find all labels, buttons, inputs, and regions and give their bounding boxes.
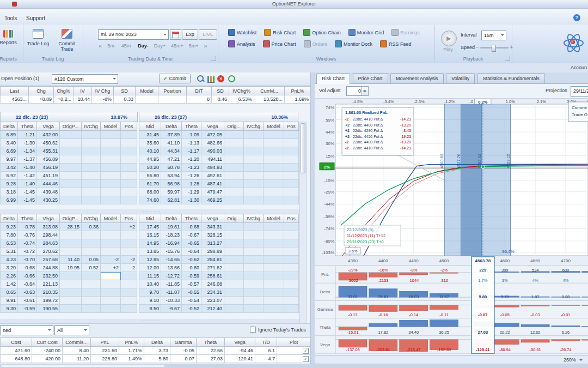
dialog-launcher-icon[interactable] — [211, 56, 216, 61]
cell[interactable] — [284, 288, 299, 297]
cell[interactable] — [101, 172, 121, 180]
cell[interactable]: 55.80 — [139, 172, 161, 180]
live-button[interactable]: LIVE — [199, 29, 217, 40]
cell[interactable]: 270.62 — [37, 248, 60, 256]
cell[interactable]: -9.67 — [161, 305, 182, 313]
cell[interactable] — [82, 180, 101, 188]
cell[interactable] — [264, 147, 284, 155]
cell[interactable] — [121, 239, 137, 248]
cell[interactable]: 1.69% — [285, 95, 311, 104]
cell[interactable]: 328.15 — [201, 231, 224, 239]
cell[interactable]: 228.80 — [91, 355, 119, 363]
cell[interactable] — [224, 272, 244, 280]
cell[interactable] — [121, 297, 137, 305]
cell[interactable] — [284, 164, 299, 172]
cell[interactable]: 494.93 — [201, 164, 224, 172]
chart-icon[interactable] — [207, 76, 215, 83]
cell[interactable] — [60, 180, 82, 188]
cell[interactable] — [284, 256, 299, 264]
cell[interactable]: -0.64 — [18, 280, 37, 288]
cell[interactable] — [121, 231, 137, 239]
cell[interactable] — [264, 231, 284, 239]
cell[interactable] — [121, 164, 137, 172]
cell[interactable] — [284, 280, 299, 288]
table-row[interactable]: 648.80-420.0011.20228.801.49%5.80-0.0727… — [1, 355, 311, 363]
table-row[interactable]: 6.99-1.45430.25 — [1, 196, 137, 204]
cell[interactable] — [101, 288, 121, 297]
cell[interactable] — [284, 180, 299, 188]
table-row[interactable]: 9.70-11.07-0.55234.31 — [139, 288, 299, 297]
cell[interactable] — [121, 248, 137, 256]
cell[interactable] — [60, 172, 82, 180]
cell[interactable]: -0.55 — [182, 288, 201, 297]
cell[interactable]: 62.81 — [161, 196, 182, 204]
table-row[interactable]: 11.15-12.72-0.59258.61 — [139, 272, 299, 280]
expiry-header-1[interactable]: 22 dic. 23 (23) 10.87% — [0, 112, 138, 122]
cell[interactable]: -2 — [121, 256, 137, 264]
cell[interactable]: 8.50 — [139, 305, 161, 313]
cell[interactable] — [82, 288, 101, 297]
cell[interactable]: -0.62 — [182, 256, 201, 264]
cell[interactable] — [264, 139, 284, 147]
table-row[interactable]: 9.97-1.37456.89 — [1, 155, 137, 164]
refresh-icon[interactable] — [228, 75, 235, 82]
cell[interactable]: -1.34 — [18, 147, 37, 155]
cell[interactable]: 7.80 — [1, 231, 18, 239]
cell[interactable]: -0.68 — [18, 264, 37, 272]
cell[interactable] — [244, 188, 264, 196]
cell[interactable]: 232.50 — [37, 272, 60, 280]
commit-button[interactable]: Commit — [159, 74, 191, 83]
cell[interactable] — [101, 139, 121, 147]
cell[interactable] — [284, 155, 299, 164]
cell[interactable] — [82, 131, 101, 139]
cell[interactable] — [264, 180, 284, 188]
table-splitter[interactable] — [0, 319, 304, 323]
cell[interactable]: 490.03 — [201, 147, 224, 155]
cell[interactable] — [121, 172, 137, 180]
cell[interactable]: 258.61 — [201, 272, 224, 280]
cell[interactable]: +2 — [121, 223, 137, 231]
table-row[interactable]: 9.28-1.40444.46 — [1, 180, 137, 188]
cell[interactable] — [244, 155, 264, 164]
cell[interactable] — [121, 280, 137, 288]
cell[interactable]: 298.44 — [37, 231, 60, 239]
filter-all-select[interactable]: All — [54, 325, 89, 335]
account-panel-label[interactable]: Accoun — [571, 65, 587, 70]
table-row[interactable]: 471.60-240.008.40231.601.71%3.73-0.0522.… — [1, 347, 311, 355]
cell[interactable] — [121, 272, 137, 280]
cell[interactable]: -0.07 — [170, 355, 197, 363]
ribbon-button-option-chain[interactable]: Option Chain — [301, 28, 344, 37]
table-row[interactable]: 55.8053.94-1.26492.61 — [139, 172, 299, 180]
cell[interactable]: 12.00 — [139, 264, 161, 272]
cell[interactable]: 284.63 — [37, 239, 60, 248]
cell[interactable] — [60, 280, 82, 288]
cell[interactable]: -420.00 — [32, 355, 63, 363]
table-row[interactable]: 3.42-1.40456.19 — [1, 164, 137, 172]
cell[interactable]: 190.55 — [37, 305, 60, 313]
table-row[interactable]: 17.45-19.61-0.68343.31 — [139, 223, 299, 231]
cell[interactable]: 9.30 — [1, 305, 18, 313]
cell[interactable]: 6.69 — [1, 147, 18, 155]
table-row[interactable]: 44.9547.21-1.20494.11 — [139, 155, 299, 164]
cell[interactable]: 9.10 — [139, 297, 161, 305]
cell[interactable]: -1.20 — [182, 155, 201, 164]
cell[interactable] — [82, 280, 101, 288]
cell[interactable]: 9.23 — [1, 223, 18, 231]
cell[interactable]: 244.88 — [37, 264, 60, 272]
expiry-header-2[interactable]: 26 dic. 23 (27) 10.36% — [139, 112, 298, 122]
ribbon-button-risk-chart[interactable]: Risk Chart — [261, 28, 298, 37]
cell[interactable]: 2.26 — [1, 272, 18, 280]
spinner-arrows-icon[interactable] — [362, 86, 369, 96]
cell[interactable] — [101, 131, 121, 139]
cell[interactable]: -1.29 — [182, 188, 201, 196]
cell[interactable] — [60, 155, 82, 164]
cell[interactable]: -0.64 — [182, 248, 201, 256]
cell[interactable] — [284, 248, 299, 256]
cell[interactable]: -2 — [101, 256, 121, 264]
cell[interactable] — [121, 139, 137, 147]
reports-button[interactable]: Reports — [0, 27, 22, 56]
floating-panel[interactable]: CommeTrade O — [568, 102, 588, 122]
cell[interactable] — [264, 188, 284, 196]
tab-volatility[interactable]: Volatility — [446, 73, 475, 83]
cell[interactable] — [224, 223, 244, 231]
